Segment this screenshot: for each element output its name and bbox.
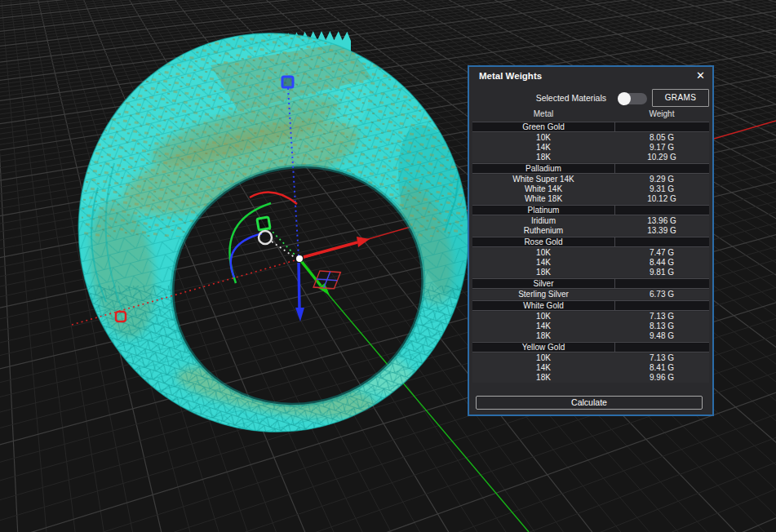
metal-row[interactable]: White Super 14K9.29 G bbox=[472, 175, 709, 184]
group-name: Green Gold bbox=[472, 122, 615, 131]
group-weight-cell bbox=[615, 206, 709, 215]
metal-name: 14K bbox=[472, 321, 614, 331]
ring-model[interactable] bbox=[24, 0, 522, 485]
toggle-knob[interactable] bbox=[618, 92, 631, 105]
metal-name: 18K bbox=[472, 268, 614, 277]
metal-weight: 9.31 G bbox=[614, 184, 709, 194]
metal-weight: 7.13 G bbox=[614, 312, 709, 321]
metal-column-header: Metal bbox=[472, 109, 614, 120]
metal-name: 18K bbox=[472, 331, 614, 341]
units-button[interactable]: GRAMS bbox=[652, 89, 709, 107]
group-weight-cell bbox=[615, 164, 709, 173]
panel-controls: Selected Materials GRAMS bbox=[469, 86, 712, 109]
metal-row[interactable]: 14K8.13 G bbox=[472, 321, 709, 331]
metal-row[interactable]: 14K8.41 G bbox=[472, 363, 709, 373]
metal-row[interactable]: 10K7.13 G bbox=[472, 312, 709, 321]
translate-z-arrow[interactable] bbox=[299, 263, 299, 308]
metal-weight: 10.12 G bbox=[614, 194, 709, 204]
metal-weight: 8.41 G bbox=[614, 363, 709, 373]
metal-row[interactable]: 14K8.44 G bbox=[472, 258, 709, 268]
metal-name: 10K bbox=[472, 353, 614, 363]
metal-name: 14K bbox=[472, 143, 614, 153]
panel-titlebar[interactable]: Metal Weights ✕ bbox=[469, 67, 712, 86]
metal-name: 18K bbox=[472, 153, 614, 162]
group-weight-cell bbox=[615, 279, 709, 288]
metal-weight: 9.96 G bbox=[614, 373, 709, 383]
metal-weight: 9.81 G bbox=[614, 268, 709, 277]
metal-weight: 8.05 G bbox=[614, 133, 709, 143]
metal-row[interactable]: 18K9.48 G bbox=[472, 331, 709, 341]
metal-row[interactable]: 18K10.29 G bbox=[472, 153, 709, 162]
metal-weight: 9.48 G bbox=[614, 331, 709, 341]
metal-name: 18K bbox=[472, 373, 614, 383]
metal-name: White Super 14K bbox=[472, 175, 614, 184]
viewport-3d[interactable]: Metal Weights ✕ Selected Materials GRAMS… bbox=[0, 0, 776, 532]
metal-weight: 13.96 G bbox=[614, 216, 709, 226]
scale-square-handle[interactable] bbox=[257, 217, 270, 230]
group-name: Palladium bbox=[472, 164, 615, 173]
metal-weight: 7.13 G bbox=[614, 353, 709, 363]
weight-column-header: Weight bbox=[614, 109, 709, 120]
group-weight-cell bbox=[615, 343, 709, 352]
group-weight-cell bbox=[615, 237, 709, 246]
group-name: Platinum bbox=[472, 206, 615, 215]
metal-row[interactable]: Sterling Silver6.73 G bbox=[472, 290, 709, 299]
table-column-headers: Metal Weight bbox=[472, 109, 709, 120]
metal-weight: 8.44 G bbox=[614, 258, 709, 268]
selected-materials-toggle[interactable] bbox=[618, 93, 647, 104]
metal-weight: 8.13 G bbox=[614, 321, 709, 331]
gizmo-origin-dot[interactable] bbox=[296, 255, 303, 262]
metal-weight: 9.17 G bbox=[614, 143, 709, 153]
panel-title: Metal Weights bbox=[479, 71, 542, 81]
metal-group-header[interactable]: Platinum bbox=[472, 205, 709, 215]
metal-name: 14K bbox=[472, 258, 614, 268]
metal-row[interactable]: 10K7.13 G bbox=[472, 353, 709, 363]
metal-weight: 7.47 G bbox=[614, 248, 709, 258]
metal-weight: 10.29 G bbox=[614, 153, 709, 162]
metal-name: 14K bbox=[472, 363, 614, 373]
metal-group-header[interactable]: Silver bbox=[472, 278, 709, 289]
metal-name: White 18K bbox=[472, 194, 614, 204]
metal-row[interactable]: White 14K9.31 G bbox=[472, 184, 709, 194]
metal-weight: 9.29 G bbox=[614, 175, 709, 184]
metal-weight: 6.73 G bbox=[614, 290, 709, 299]
metal-row[interactable]: Ruthenium13.39 G bbox=[472, 226, 709, 236]
metal-group-header[interactable]: White Gold bbox=[472, 300, 709, 311]
metal-row[interactable]: 18K9.81 G bbox=[472, 268, 709, 277]
metal-name: 10K bbox=[472, 133, 614, 143]
metal-row[interactable]: Iridium13.96 G bbox=[472, 216, 709, 226]
group-name: Yellow Gold bbox=[472, 343, 615, 352]
close-icon[interactable]: ✕ bbox=[696, 69, 705, 82]
metal-table: Green Gold10K8.05 G14K9.17 G18K10.29 GPa… bbox=[472, 121, 709, 383]
calculate-button[interactable]: Calculate bbox=[476, 396, 703, 410]
metal-row[interactable]: 18K9.96 G bbox=[472, 373, 709, 383]
metal-row[interactable]: 10K8.05 G bbox=[472, 133, 709, 143]
metal-group-header[interactable]: Yellow Gold bbox=[472, 342, 709, 352]
group-name: Silver bbox=[472, 279, 615, 288]
metal-group-header[interactable]: Green Gold bbox=[472, 122, 709, 132]
metal-weights-panel[interactable]: Metal Weights ✕ Selected Materials GRAMS… bbox=[468, 65, 714, 416]
metal-name: Sterling Silver bbox=[472, 290, 614, 299]
metal-name: 10K bbox=[472, 248, 614, 258]
selected-materials-label: Selected Materials bbox=[469, 93, 606, 103]
group-weight-cell bbox=[615, 301, 709, 310]
metal-name: Ruthenium bbox=[472, 226, 614, 236]
group-name: White Gold bbox=[472, 301, 615, 310]
metal-row[interactable]: White 18K10.12 G bbox=[472, 194, 709, 204]
metal-name: 10K bbox=[472, 312, 614, 321]
z-axis-square-handle[interactable] bbox=[282, 77, 293, 87]
metal-group-header[interactable]: Palladium bbox=[472, 163, 709, 174]
group-name: Rose Gold bbox=[472, 237, 615, 246]
metal-row[interactable]: 14K9.17 G bbox=[472, 143, 709, 153]
metal-row[interactable]: 10K7.47 G bbox=[472, 248, 709, 258]
group-weight-cell bbox=[615, 122, 709, 131]
metal-group-header[interactable]: Rose Gold bbox=[472, 237, 709, 247]
metal-name: White 14K bbox=[472, 184, 614, 194]
metal-name: Iridium bbox=[472, 216, 614, 226]
metal-weight: 13.39 G bbox=[614, 226, 709, 236]
